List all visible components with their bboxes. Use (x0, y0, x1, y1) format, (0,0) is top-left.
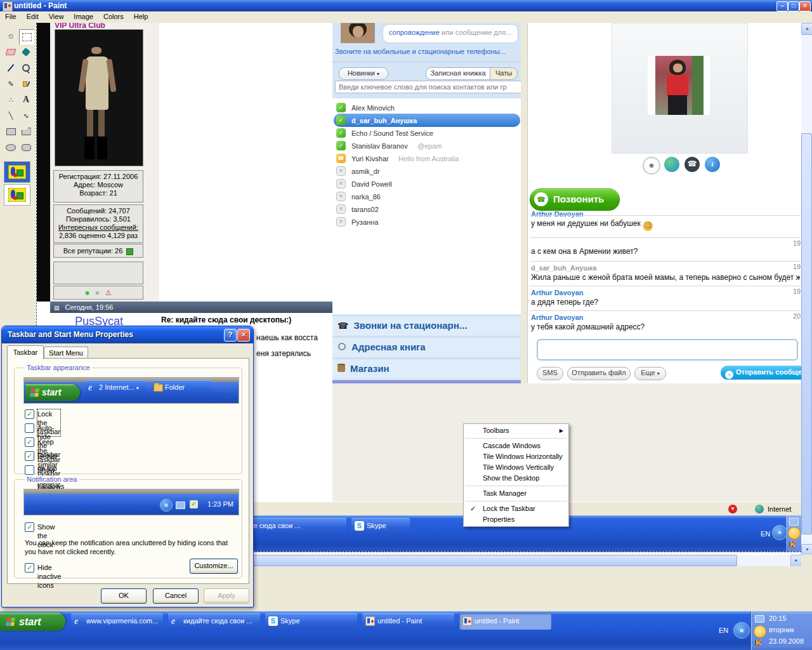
eyedropper-tool-icon[interactable] (4, 61, 18, 75)
news-button[interactable]: Новинки ▾ (339, 67, 388, 80)
k-app-tray-icon[interactable]: K (756, 638, 761, 647)
warning-icon[interactable]: ⚠ (105, 289, 112, 296)
selection-option-opaque[interactable] (4, 161, 30, 183)
vertical-scrollbar[interactable]: ▲ ▼ (801, 23, 812, 555)
call-button[interactable]: ☎ Позвонить (530, 189, 620, 211)
tab-taskbar[interactable]: Taskbar (7, 345, 44, 359)
menu-edit[interactable]: Edit (22, 11, 44, 23)
skype-own-avatar[interactable] (341, 23, 375, 43)
freeform-select-tool-icon[interactable]: ✩ (4, 29, 18, 43)
dialog-title-bar[interactable]: Taskbar and Start Menu Properties ? ✕ (2, 326, 253, 343)
contact-row[interactable]: Рузанна (335, 216, 519, 229)
menu-item-task-manager[interactable]: Task Manager (464, 488, 568, 499)
ok-button[interactable]: OK (101, 588, 147, 604)
minimize-button[interactable]: – (776, 1, 788, 11)
more-button[interactable]: Еще ▾ (634, 367, 666, 380)
task-button-skype[interactable]: SSkype (265, 613, 357, 630)
cancel-button[interactable]: Cancel (153, 588, 199, 604)
selection-option-transparent[interactable] (4, 184, 30, 206)
skype-call-phones-link[interactable]: Звоните на мобильные и стационарные теле… (335, 48, 506, 55)
tab-start-menu[interactable]: Start Menu (44, 347, 88, 359)
skype-mood-box[interactable]: сопровождение или сообщение для... (383, 24, 518, 43)
start-button[interactable]: start (0, 613, 65, 631)
select-tool-icon[interactable] (19, 29, 34, 44)
contact-row[interactable]: asmik_dr (335, 165, 519, 178)
fill-tool-icon[interactable] (19, 45, 33, 59)
sms-button[interactable]: SMS (537, 367, 563, 380)
rounded-rect-tool-icon[interactable] (19, 140, 33, 154)
contact-row[interactable]: Stanislav Baranov@epam (335, 140, 519, 152)
apply-button[interactable]: Apply (204, 588, 249, 604)
section-landline-calls[interactable]: ☎Звонки на стационарн... (332, 315, 521, 336)
call-phone-button[interactable]: ☎ (684, 157, 700, 172)
ellipse-tool-icon[interactable] (4, 140, 18, 154)
task-button-viparmenia[interactable]: ewww.viparmenia.com... (71, 613, 163, 630)
image-task-button[interactable]: SSkype (351, 518, 410, 534)
send-message-button[interactable]: –Отправить сообще (721, 366, 802, 380)
menu-item-toolbars[interactable]: Toolbars▶ (464, 425, 568, 436)
tray-chevron-icon[interactable]: « (733, 622, 750, 639)
section-address-book[interactable]: Адресная книга (332, 337, 521, 358)
restore-button[interactable]: □ (788, 1, 799, 11)
contact-row[interactable]: narka_86 (335, 190, 519, 203)
pencil-tool-icon[interactable]: ✎ (4, 77, 18, 91)
chat-message-input[interactable] (537, 339, 798, 361)
contact-row[interactable]: tarans02 (335, 203, 519, 216)
rectangle-tool-icon[interactable] (4, 124, 18, 138)
contact-row[interactable]: Echo / Sound Test Service (335, 127, 519, 140)
tray-clock-time[interactable]: 20:15 (769, 613, 811, 624)
brush-tool-icon[interactable] (19, 77, 33, 91)
menu-item-properties[interactable]: Properties (464, 514, 568, 525)
language-indicator[interactable]: EN (719, 627, 728, 634)
curve-tool-icon[interactable]: ∿ (19, 109, 33, 123)
section-shop[interactable]: Магазин (332, 359, 521, 380)
menu-item-lock-taskbar[interactable]: ✓Lock the Taskbar (464, 503, 568, 514)
airbrush-tool-icon[interactable]: ∴ (4, 93, 18, 107)
clock-tray-icon[interactable] (788, 527, 801, 540)
magnifier-tool-icon[interactable] (19, 61, 33, 75)
close-button[interactable]: ✕ (799, 1, 811, 11)
contact-search-input[interactable] (335, 81, 521, 93)
mood-link[interactable]: сопровождение (389, 29, 440, 36)
menu-item-cascade[interactable]: Cascade Windows (464, 441, 568, 451)
contact-row[interactable]: Alex Minovich (335, 102, 519, 114)
task-button-forum-thread[interactable]: eкидайте сюда свои ... (168, 613, 260, 630)
k-app-tray-icon[interactable]: K (790, 540, 796, 549)
tab-chats[interactable]: Чаты (490, 67, 518, 80)
customize-button[interactable]: Customize... (190, 559, 238, 574)
eraser-tool-icon[interactable] (4, 45, 18, 59)
clock-tray-icon[interactable] (754, 625, 766, 638)
dialog-close-icon[interactable]: ✕ (237, 329, 250, 342)
vertical-scroll-thumb[interactable] (801, 133, 812, 534)
tray-chevron-icon[interactable]: « (772, 525, 787, 540)
dialog-help-icon[interactable]: ? (224, 329, 237, 342)
menu-item-show-desktop[interactable]: Show the Desktop (464, 473, 568, 484)
globe-button[interactable] (664, 157, 679, 172)
contact-row-selected[interactable]: d_sar_buh_Анушка (335, 114, 519, 127)
polygon-tool-icon[interactable] (19, 124, 33, 138)
profile-button[interactable]: ☻ (643, 157, 660, 175)
menu-view[interactable]: View (44, 11, 69, 23)
menu-colors[interactable]: Colors (98, 11, 129, 23)
volume-monitor-icon[interactable] (755, 615, 764, 623)
contact-row[interactable]: David Powell (335, 178, 519, 190)
task-button-paint-2[interactable]: untitled - Paint (459, 613, 551, 630)
menu-item-tile-vertical[interactable]: Tile Windows Vertically (464, 462, 568, 473)
info-button[interactable]: i (705, 157, 720, 172)
menu-item-tile-horizontal[interactable]: Tile Windows Horizontally (464, 451, 568, 462)
text-tool-icon[interactable]: A (19, 93, 33, 107)
line-tool-icon[interactable]: ╲ (4, 109, 18, 123)
task-button-paint-1[interactable]: untitled - Paint (362, 613, 454, 630)
volume-monitor-icon[interactable] (789, 518, 799, 526)
contact-row[interactable]: Yuri KivsharHello from Australia (335, 152, 519, 165)
forum-interesting-link[interactable]: Интересных сообщений: (54, 223, 143, 232)
menu-image[interactable]: Image (69, 11, 98, 23)
paint-title-bar[interactable]: untitled - Paint – □ ✕ (0, 0, 812, 11)
tool-options[interactable] (4, 161, 32, 206)
tab-addressbook[interactable]: Записная книжка (426, 67, 490, 80)
scroll-up-icon[interactable]: ▲ (801, 23, 812, 35)
menu-file[interactable]: File (0, 11, 22, 23)
language-indicator[interactable]: EN (761, 530, 770, 538)
send-file-button[interactable]: Отправить файл (567, 367, 631, 380)
menu-help[interactable]: Help (129, 11, 154, 23)
